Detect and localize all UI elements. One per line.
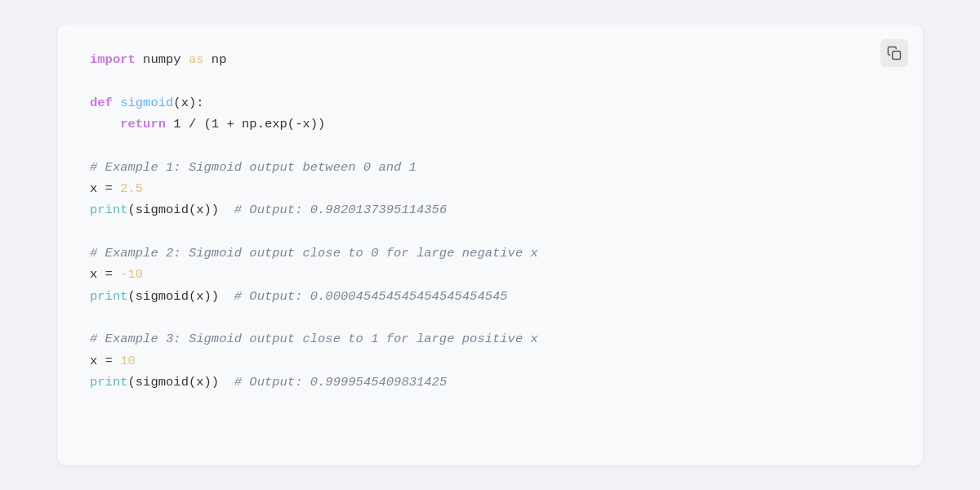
- code-token: # Output: 0.9999545409831425: [234, 375, 447, 390]
- code-token: x =: [90, 267, 120, 282]
- code-token: # Output: 0.000045454545454545454545: [234, 289, 508, 304]
- code-line: ​: [90, 70, 890, 91]
- code-token: print: [90, 375, 128, 390]
- code-token: np: [204, 52, 227, 67]
- code-token: print: [90, 289, 128, 304]
- code-token: 2.5: [120, 181, 143, 196]
- code-line: x = 10: [90, 350, 890, 372]
- code-token: x =: [90, 354, 120, 368]
- code-token: -10: [120, 267, 143, 282]
- code-line: x = 2.5: [90, 178, 890, 199]
- code-token: (sigmoid(x)): [128, 289, 234, 304]
- code-token: # Example 3: Sigmoid output close to 1 f…: [90, 332, 538, 346]
- code-token: 1 / (1 + np.exp(-x)): [166, 117, 325, 131]
- code-token: numpy: [136, 52, 189, 67]
- copy-button[interactable]: [880, 39, 908, 67]
- code-token: print: [90, 203, 128, 217]
- code-token: return: [120, 117, 166, 131]
- code-line: return 1 / (1 + np.exp(-x)): [90, 114, 890, 135]
- code-line: import numpy as np: [90, 49, 890, 70]
- code-token: def: [90, 96, 113, 110]
- code-line: print(sigmoid(x)) # Output: 0.0000454545…: [90, 286, 890, 307]
- code-line: x = -10: [90, 264, 890, 285]
- code-line: ​: [90, 307, 890, 328]
- code-token: # Output: 0.9820137395114356: [234, 203, 447, 217]
- code-token: sigmoid: [120, 96, 173, 110]
- code-token: # Example 2: Sigmoid output close to 0 f…: [90, 246, 538, 261]
- code-line: # Example 2: Sigmoid output close to 0 f…: [90, 243, 890, 264]
- code-token: (x):: [173, 96, 203, 110]
- code-token: # Example 1: Sigmoid output between 0 an…: [90, 160, 416, 175]
- code-token: [90, 117, 120, 131]
- code-token: x =: [90, 181, 120, 196]
- code-token: as: [189, 52, 204, 67]
- code-line: # Example 3: Sigmoid output close to 1 f…: [90, 328, 890, 350]
- code-line: print(sigmoid(x)) # Output: 0.9999545409…: [90, 372, 890, 393]
- code-block: import numpy as np​def sigmoid(x): retur…: [57, 24, 923, 466]
- code-line: ​: [90, 135, 890, 156]
- code-line: ​: [90, 221, 890, 243]
- code-token: 10: [120, 354, 136, 368]
- svg-rect-0: [893, 51, 901, 60]
- code-line: def sigmoid(x):: [90, 92, 890, 114]
- code-token: import: [90, 52, 136, 67]
- code-token: [113, 96, 120, 110]
- code-line: # Example 1: Sigmoid output between 0 an…: [90, 157, 890, 178]
- code-pre: import numpy as np​def sigmoid(x): retur…: [90, 49, 890, 394]
- code-token: (sigmoid(x)): [128, 375, 234, 390]
- code-line: print(sigmoid(x)) # Output: 0.9820137395…: [90, 199, 890, 220]
- code-token: (sigmoid(x)): [128, 203, 234, 217]
